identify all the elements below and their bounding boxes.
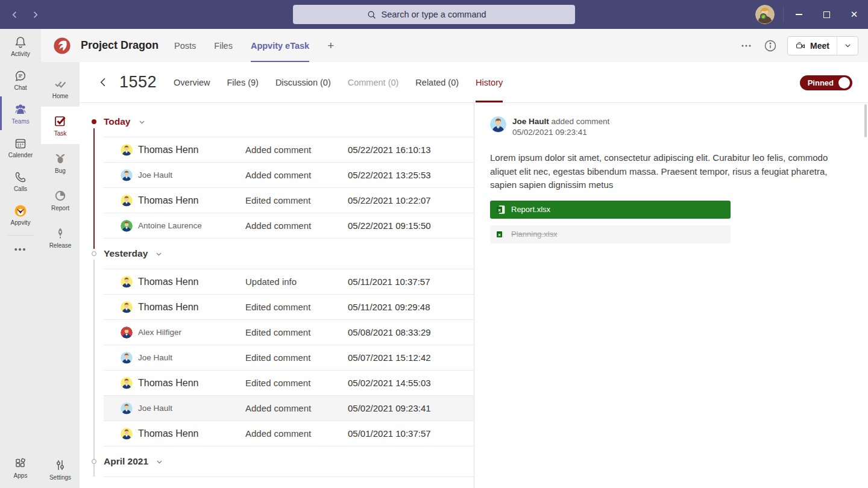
history-row[interactable]: Thomas HennAdded comment05/01/2021 10:37… <box>104 421 474 446</box>
sidebar-item-teams[interactable]: Teams <box>0 96 41 130</box>
task-tab-files-9[interactable]: Files (9) <box>227 62 259 102</box>
history-row[interactable]: Joe HaultAdded comment05/22/2021 13:25:5… <box>104 163 474 188</box>
history-user-name: Thomas Henn <box>138 428 245 439</box>
app-rail-item-label: Report <box>51 205 69 211</box>
chevron-down-icon <box>155 250 163 258</box>
status-available-icon: ✓ <box>760 13 767 20</box>
more-apps-icon[interactable]: ••• <box>0 239 41 260</box>
task-tab-comment-0[interactable]: Comment (0) <box>348 62 399 102</box>
team-name: Project Dragon <box>81 39 159 52</box>
bug-icon <box>53 151 68 166</box>
sidebar-item-label: Appvity <box>11 219 31 226</box>
user-avatar <box>121 220 133 232</box>
timeline-section-header[interactable]: Today <box>104 107 474 137</box>
history-timestamp: 05/02/2021 14:55:03 <box>348 378 474 388</box>
user-avatar <box>121 169 133 181</box>
minimize-button[interactable] <box>785 0 813 29</box>
history-action: Added comment <box>245 403 348 413</box>
svg-text:x: x <box>498 232 501 237</box>
attachment-report-xlsx[interactable]: xReport.xlsx <box>490 201 731 219</box>
history-row[interactable]: Joe HaultEdited comment05/07/2021 15:12:… <box>104 345 474 371</box>
timeline-section-label: April 2021 <box>104 456 148 467</box>
sidebar-item-label: Teams <box>11 118 29 125</box>
more-options-icon[interactable] <box>739 39 753 53</box>
history-user-name: Antoine Laurence <box>138 221 245 230</box>
app-rail-item-release[interactable]: Release <box>41 219 80 256</box>
bell-icon <box>13 35 28 49</box>
sidebar-item-calls[interactable]: Calls <box>0 164 41 198</box>
history-action: Edited comment <box>245 378 348 388</box>
history-row[interactable]: Thomas HennEdited comment05/02/2021 14:5… <box>104 371 474 396</box>
comment-timestamp: 05/02/2021 09:23:41 <box>512 127 609 138</box>
forward-nav-icon[interactable] <box>29 8 41 20</box>
chat-icon <box>13 69 28 83</box>
back-button[interactable] <box>98 77 110 89</box>
comment-author-avatar <box>490 116 506 133</box>
channel-header: Project Dragon PostsFilesAppvity eTask+ … <box>41 29 868 62</box>
history-row[interactable]: Alex HilfigerEdited comment05/08/2021 08… <box>104 320 474 345</box>
close-button[interactable]: ✕ <box>840 0 868 29</box>
app-rail-item-bug[interactable]: Bug <box>41 144 80 181</box>
comment-body: Lorem ipsum dolor sit amet, consectetur … <box>490 151 850 192</box>
meet-dropdown-icon[interactable] <box>837 37 858 55</box>
task-tab-history[interactable]: History <box>476 62 503 102</box>
pinned-toggle[interactable]: Pinned <box>800 75 852 90</box>
history-user-name: Thomas Henn <box>138 277 245 287</box>
history-user-name: Joe Hault <box>138 170 245 180</box>
timeline-line-active <box>93 128 95 249</box>
channel-tab-appvity-etask[interactable]: Appvity eTask <box>251 29 309 62</box>
timeline-bullet-icon <box>92 251 96 256</box>
app-rail-item-report[interactable]: Report <box>41 181 80 219</box>
task-tab-related-0[interactable]: Related (0) <box>415 62 459 102</box>
task-tab-discussion-0[interactable]: Discussion (0) <box>275 62 331 102</box>
info-icon[interactable] <box>763 39 778 53</box>
history-row[interactable]: Thomas HennUpdated info05/11/2021 10:37:… <box>104 269 474 295</box>
attachment-planning-xlsx[interactable]: xPlanning.xlsx <box>490 225 731 243</box>
history-timestamp: 05/22/2021 09:15:50 <box>348 221 474 231</box>
history-timestamp: 05/07/2021 15:12:42 <box>348 352 474 363</box>
history-row[interactable]: Antoine LaurenceAdded comment05/22/2021 … <box>104 213 474 239</box>
app-rail-item-label: Settings <box>49 474 71 481</box>
history-timestamp: 05/22/2021 16:10:13 <box>348 145 474 155</box>
timeline-section-header[interactable]: Yesterday <box>104 239 474 269</box>
history-row[interactable]: Thomas HennEdited comment05/11/2021 09:2… <box>104 295 474 320</box>
history-row[interactable]: Thomas HennAdded comment05/22/2021 16:10… <box>104 137 474 163</box>
app-rail-item-settings[interactable]: Settings <box>41 451 80 488</box>
search-input[interactable] <box>382 10 502 19</box>
chevron-down-icon <box>138 118 146 126</box>
home-icon <box>53 77 68 91</box>
user-avatar <box>121 301 133 313</box>
channel-tab-posts[interactable]: Posts <box>174 29 196 62</box>
comment-author-name: Joe Hault <box>512 117 549 126</box>
pinned-toggle-label: Pinned <box>808 78 834 87</box>
meet-button-label: Meet <box>810 41 829 51</box>
timeline-section-label: Today <box>104 116 131 127</box>
maximize-button[interactable] <box>813 0 840 29</box>
history-row[interactable]: Thomas HennEdited comment05/22/2021 10:2… <box>104 188 474 213</box>
sidebar-item-chat[interactable]: Chat <box>0 63 41 96</box>
user-avatar[interactable]: ✓ <box>755 5 775 24</box>
meet-button[interactable]: Meet <box>787 36 858 55</box>
back-nav-icon[interactable] <box>8 8 20 20</box>
task-tab-overview[interactable]: Overview <box>174 62 210 102</box>
user-avatar <box>121 276 133 288</box>
task-icon <box>53 114 68 128</box>
app-rail-item-task[interactable]: Task <box>41 107 80 144</box>
history-action: Added comment <box>245 428 348 439</box>
channel-tab-files[interactable]: Files <box>214 29 233 62</box>
scrollbar[interactable] <box>864 104 867 488</box>
attachment-name: Report.xlsx <box>511 205 550 214</box>
app-rail-item-home[interactable]: Home <box>41 69 80 107</box>
sidebar-item-appvity[interactable]: Appvity <box>0 198 41 231</box>
history-user-name: Thomas Henn <box>138 378 245 389</box>
history-row[interactable]: Joe HaultAdded comment05/02/2021 09:23:4… <box>104 396 474 421</box>
search-bar[interactable] <box>293 5 575 24</box>
add-tab-button[interactable]: + <box>327 29 334 62</box>
sidebar-item-activity[interactable]: Activity <box>0 29 41 63</box>
sidebar-item-apps[interactable]: Apps <box>0 451 41 484</box>
task-header: 1552 OverviewFiles (9)Discussion (0)Comm… <box>80 62 868 103</box>
timeline-section-header[interactable]: April 2021 <box>104 446 474 477</box>
history-action: Edited comment <box>245 195 348 205</box>
history-user-name: Thomas Henn <box>138 195 245 206</box>
sidebar-item-calender[interactable]: Calender <box>0 130 41 164</box>
